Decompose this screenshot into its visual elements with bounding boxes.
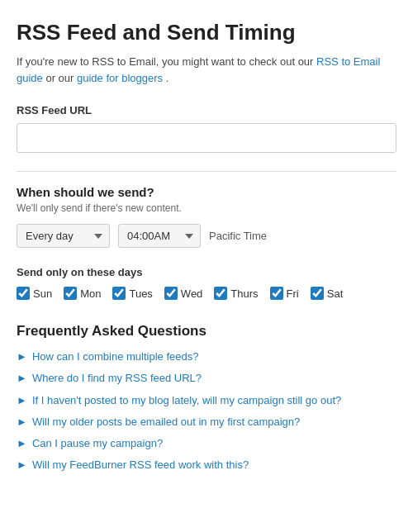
days-row: Sun Mon Tues Wed Thurs Fri Sat (17, 287, 396, 300)
day-label-sat: Sat (327, 287, 344, 300)
day-label-thurs: Thurs (230, 287, 258, 300)
day-checkbox-mon[interactable] (64, 287, 77, 300)
intro-paragraph: If you're new to RSS to Email, you might… (17, 54, 396, 86)
day-item-sat: Sat (311, 287, 344, 300)
faq-arrow-icon: ► (17, 458, 27, 471)
day-checkbox-thurs[interactable] (214, 287, 227, 300)
day-label-sun: Sun (33, 287, 52, 300)
day-item-tues: Tues (112, 287, 152, 300)
faq-section: Frequently Asked Questions ► How can I c… (17, 323, 396, 473)
faq-arrow-icon: ► (17, 372, 27, 384)
send-days-title: Send only on these days (17, 266, 396, 278)
list-item: ► How can I combine multiple feeds? (17, 349, 396, 364)
day-item-sun: Sun (17, 287, 52, 300)
day-item-thurs: Thurs (214, 287, 258, 300)
day-checkbox-wed[interactable] (164, 287, 178, 300)
rss-feed-input[interactable] (17, 123, 396, 153)
faq-link-2[interactable]: Where do I find my RSS feed URL? (32, 371, 202, 386)
list-item: ► Can I pause my campaign? (17, 436, 396, 451)
faq-list: ► How can I combine multiple feeds? ► Wh… (17, 349, 396, 473)
time-select[interactable]: 04:00AM 05:00AM 06:00AM 07:00AM 08:00AM (118, 224, 201, 248)
frequency-select[interactable]: Every day Every week Every month (17, 224, 110, 248)
day-label-mon: Mon (80, 287, 101, 300)
page-title: RSS Feed and Send Timing (17, 20, 396, 45)
send-timing-dropdowns: Every day Every week Every month 04:00AM… (17, 224, 396, 248)
faq-arrow-icon: ► (17, 394, 27, 406)
list-item: ► If I haven't posted to my blog lately,… (17, 393, 396, 408)
day-item-wed: Wed (164, 287, 203, 300)
list-item: ► Will my older posts be emailed out in … (17, 415, 396, 430)
faq-link-4[interactable]: Will my older posts be emailed out in my… (32, 415, 300, 430)
intro-text-before: If you're new to RSS to Email, you might… (17, 55, 316, 68)
day-checkbox-sat[interactable] (311, 287, 324, 300)
faq-link-3[interactable]: If I haven't posted to my blog lately, w… (32, 393, 341, 408)
send-timing-section: When should we send? We'll only send if … (17, 185, 396, 248)
day-checkbox-fri[interactable] (270, 287, 283, 300)
send-timing-subtitle: We'll only send if there's new content. (17, 202, 396, 214)
send-timing-title: When should we send? (17, 185, 396, 199)
day-item-mon: Mon (64, 287, 101, 300)
list-item: ► Will my FeedBurner RSS feed work with … (17, 458, 396, 473)
bloggers-guide-link[interactable]: guide for bloggers (77, 72, 163, 84)
faq-arrow-icon: ► (17, 437, 27, 449)
intro-text-middle: or our (45, 72, 77, 84)
send-days-section: Send only on these days Sun Mon Tues Wed… (17, 266, 396, 300)
day-checkbox-tues[interactable] (112, 287, 126, 300)
rss-feed-label: RSS Feed URL (17, 104, 396, 116)
faq-link-5[interactable]: Can I pause my campaign? (32, 436, 163, 451)
intro-text-after: . (166, 72, 169, 84)
faq-link-1[interactable]: How can I combine multiple feeds? (32, 349, 199, 364)
day-checkbox-sun[interactable] (17, 287, 30, 300)
day-label-fri: Fri (287, 287, 299, 300)
day-item-fri: Fri (270, 287, 299, 300)
faq-arrow-icon: ► (17, 350, 27, 363)
faq-title: Frequently Asked Questions (17, 323, 396, 340)
timezone-label: Pacific Time (209, 230, 267, 242)
day-label-wed: Wed (181, 287, 203, 300)
rss-feed-section: RSS Feed URL (17, 104, 396, 153)
list-item: ► Where do I find my RSS feed URL? (17, 371, 396, 386)
divider-1 (17, 171, 396, 172)
faq-link-6[interactable]: Will my FeedBurner RSS feed work with th… (32, 458, 249, 473)
faq-arrow-icon: ► (17, 416, 27, 428)
day-label-tues: Tues (129, 287, 152, 300)
